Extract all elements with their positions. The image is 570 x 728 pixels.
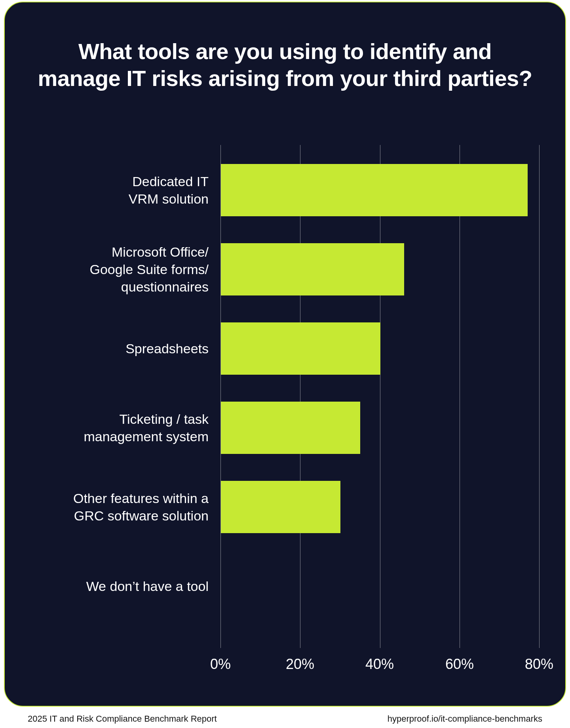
y-label-0: Dedicated IT VRM solution [34, 164, 209, 216]
footer-right: hyperproof.io/it-compliance-benchmarks [388, 714, 542, 724]
x-tick-0: 0% [210, 656, 231, 673]
x-tick-60: 60% [445, 656, 474, 673]
gridline-80 [539, 145, 540, 648]
bar-4 [221, 481, 340, 533]
bar-1 [221, 243, 404, 295]
bar-2 [221, 322, 380, 375]
gridline-0 [220, 145, 221, 648]
gridline-60 [460, 145, 460, 648]
x-tick-40: 40% [365, 656, 394, 673]
bar-3 [221, 402, 360, 454]
y-label-2: Spreadsheets [34, 322, 209, 375]
bar-0 [221, 164, 528, 216]
y-label-5: We don’t have a tool [34, 560, 209, 612]
x-tick-20: 20% [286, 656, 314, 673]
y-label-1: Microsoft Office/ Google Suite forms/ qu… [34, 243, 209, 295]
y-label-3: Ticketing / task management system [34, 402, 209, 454]
chart-card: What tools are you using to identify and… [4, 2, 566, 707]
footer-left: 2025 IT and Risk Compliance Benchmark Re… [28, 714, 217, 724]
y-label-4: Other features within a GRC software sol… [34, 481, 209, 533]
footer: 2025 IT and Risk Compliance Benchmark Re… [0, 710, 570, 728]
plot-area [220, 145, 539, 648]
gridline-20 [300, 145, 300, 648]
x-tick-80: 80% [525, 656, 553, 673]
gridline-40 [380, 145, 380, 648]
chart-title: What tools are you using to identify and… [36, 38, 534, 92]
